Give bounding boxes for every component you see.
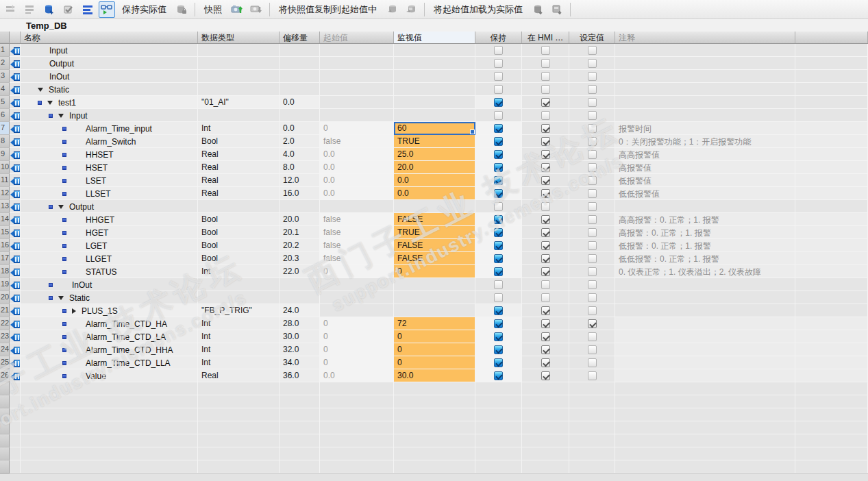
setpoint-checkbox[interactable]: [588, 189, 597, 198]
load-actual-icon-1[interactable]: [530, 1, 546, 18]
monitorvalue-cell[interactable]: TRUE: [394, 226, 475, 239]
setpoint-checkbox[interactable]: [588, 332, 597, 341]
hmi-visible-checkbox[interactable]: [541, 254, 550, 263]
setpoint-checkbox[interactable]: [588, 137, 597, 146]
retain-checkbox[interactable]: [494, 98, 503, 107]
row-number[interactable]: 2: [0, 57, 10, 70]
comment-cell[interactable]: [615, 278, 795, 291]
name-cell[interactable]: InOut: [21, 70, 198, 83]
retain-checkbox[interactable]: [494, 228, 503, 237]
startvalue-cell[interactable]: 0.0: [320, 369, 394, 382]
name-cell[interactable]: InOut: [21, 278, 198, 291]
startvalue-cell[interactable]: [320, 83, 394, 96]
monitorvalue-cell[interactable]: 0: [394, 356, 475, 369]
setpoint-checkbox[interactable]: [588, 150, 597, 159]
name-cell[interactable]: [21, 447, 198, 460]
header-startvalue[interactable]: 起始值: [320, 32, 394, 43]
datatype-cell[interactable]: [198, 291, 280, 304]
datatype-cell[interactable]: Real: [198, 161, 280, 174]
datatype-cell[interactable]: Bool: [198, 239, 280, 252]
startvalue-cell[interactable]: false: [320, 213, 394, 226]
name-cell[interactable]: Alarm_Time_CTD_HHA: [21, 343, 198, 356]
comment-cell[interactable]: [615, 343, 795, 356]
name-cell[interactable]: LLSET: [21, 187, 198, 200]
monitorvalue-cell[interactable]: [394, 70, 475, 83]
datatype-cell[interactable]: Real: [198, 187, 280, 200]
comment-cell[interactable]: [615, 291, 795, 304]
retain-checkbox[interactable]: [494, 358, 503, 367]
add-row-icon[interactable]: [22, 1, 38, 18]
comment-cell[interactable]: 高高报警：0. 正常；1. 报警: [615, 213, 795, 226]
comment-cell[interactable]: [615, 57, 795, 70]
retain-checkbox[interactable]: [494, 124, 503, 133]
comment-cell[interactable]: [615, 70, 795, 83]
name-cell[interactable]: HGET: [21, 226, 198, 239]
retain-checkbox[interactable]: [494, 202, 503, 211]
load-actual-icon-2[interactable]: [549, 1, 565, 18]
monitorvalue-cell[interactable]: [394, 278, 475, 291]
row-number[interactable]: 5: [0, 96, 10, 109]
startvalue-cell[interactable]: [320, 70, 394, 83]
row-number[interactable]: 4: [0, 83, 10, 96]
retain-checkbox[interactable]: [494, 293, 503, 302]
name-cell[interactable]: LSET: [21, 174, 198, 187]
setpoint-checkbox[interactable]: [588, 111, 597, 120]
name-cell[interactable]: Input: [21, 44, 198, 57]
header-hmi[interactable]: 在 HMI …: [522, 32, 569, 43]
copy-start-icon-2[interactable]: [403, 1, 419, 18]
retain-checkbox[interactable]: [494, 59, 503, 68]
hmi-visible-checkbox[interactable]: [541, 306, 550, 315]
comment-cell[interactable]: [615, 317, 795, 330]
monitorvalue-cell[interactable]: 72: [394, 317, 475, 330]
hmi-visible-checkbox[interactable]: [541, 98, 550, 107]
datatype-cell[interactable]: "01_AI": [198, 96, 280, 109]
collapse-arrow-icon[interactable]: [38, 88, 43, 92]
row-number[interactable]: 26: [0, 369, 10, 382]
name-cell[interactable]: Alarm_Time_CTD_LLA: [21, 356, 198, 369]
datatype-cell[interactable]: Int: [198, 122, 280, 135]
collapse-arrow-icon[interactable]: [47, 101, 53, 105]
monitorvalue-cell[interactable]: FALSE: [394, 239, 475, 252]
datatype-cell[interactable]: Bool: [198, 226, 280, 239]
name-cell[interactable]: [21, 421, 198, 434]
monitorvalue-cell[interactable]: 0.0: [394, 174, 475, 187]
setpoint-checkbox[interactable]: [588, 72, 597, 81]
setpoint-checkbox[interactable]: [588, 59, 597, 68]
datatype-cell[interactable]: Real: [198, 174, 280, 187]
monitorvalue-cell[interactable]: 30.0: [394, 369, 475, 382]
name-cell[interactable]: test1: [21, 96, 198, 109]
row-number[interactable]: 18: [0, 265, 10, 278]
row-number[interactable]: 6: [0, 109, 10, 122]
setpoint-checkbox[interactable]: [588, 319, 597, 328]
copy-snapshot-to-start-label[interactable]: 将快照值复制到起始值中: [275, 3, 381, 16]
name-cell[interactable]: PLUS_1S: [21, 304, 198, 317]
retain-checkbox[interactable]: [494, 163, 503, 172]
startvalue-cell[interactable]: [320, 291, 394, 304]
setpoint-checkbox[interactable]: [588, 345, 597, 354]
comment-cell[interactable]: [615, 356, 795, 369]
retain-checkbox[interactable]: [494, 137, 503, 146]
startvalue-cell[interactable]: false: [320, 252, 394, 265]
name-cell[interactable]: [21, 408, 198, 421]
row-number[interactable]: 3: [0, 70, 10, 83]
setpoint-checkbox[interactable]: [588, 46, 597, 55]
comment-cell[interactable]: 报警时间: [615, 122, 795, 135]
load-start-as-actual-label[interactable]: 将起始值加载为实际值: [430, 3, 527, 16]
header-datatype[interactable]: 数据类型: [198, 32, 280, 43]
row-number[interactable]: 8: [0, 135, 10, 148]
monitorvalue-cell[interactable]: [394, 44, 475, 57]
datatype-cell[interactable]: [198, 57, 280, 70]
hmi-visible-checkbox[interactable]: [541, 215, 550, 224]
retain-checkbox[interactable]: [494, 111, 503, 120]
initialize-setpoints-icon[interactable]: [60, 1, 77, 18]
retain-icon[interactable]: [173, 1, 190, 18]
name-cell[interactable]: [21, 382, 198, 395]
setpoint-checkbox[interactable]: [588, 228, 597, 237]
name-cell[interactable]: LGET: [21, 239, 198, 252]
datatype-cell[interactable]: Int: [198, 330, 280, 343]
row-number[interactable]: 24: [0, 343, 10, 356]
name-cell[interactable]: Alarm_Time_input: [21, 122, 198, 135]
datatype-cell[interactable]: Int: [198, 265, 280, 278]
name-cell[interactable]: Static: [21, 291, 198, 304]
hmi-visible-checkbox[interactable]: [541, 59, 550, 68]
